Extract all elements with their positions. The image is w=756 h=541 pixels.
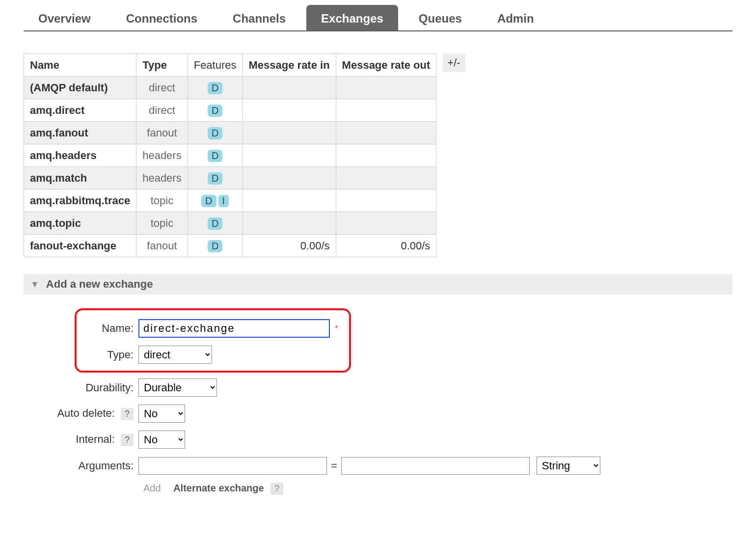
internal-badge: I — [218, 195, 229, 207]
rate-out-cell — [336, 122, 436, 144]
durable-badge: D — [208, 105, 222, 117]
exchange-type-cell: topic — [136, 189, 188, 212]
exchange-features-cell: DI — [188, 189, 243, 212]
rate-in-cell — [243, 77, 336, 99]
exchange-type-cell: fanout — [136, 122, 188, 144]
exchange-name-cell[interactable]: amq.topic — [24, 212, 136, 235]
table-header-row: Name Type Features Message rate in Messa… — [24, 54, 436, 77]
exchange-type-cell: headers — [136, 167, 188, 189]
exchange-features-cell: D — [188, 167, 243, 189]
caret-down-icon: ▼ — [30, 279, 39, 290]
rate-in-cell — [243, 99, 336, 122]
exchange-name-cell[interactable]: fanout-exchange — [24, 235, 136, 257]
exchange-features-cell: D — [188, 122, 243, 144]
section-title: Add a new exchange — [46, 278, 153, 291]
tab-admin[interactable]: Admin — [483, 5, 549, 30]
col-type[interactable]: Type — [136, 54, 188, 77]
exchange-type-cell: direct — [136, 77, 188, 99]
exchange-type-cell: direct — [136, 99, 188, 122]
exchange-type-cell: headers — [136, 144, 188, 167]
top-tabs: Overview Connections Channels Exchanges … — [24, 5, 732, 31]
rate-out-cell — [336, 189, 436, 212]
help-auto-delete[interactable]: ? — [121, 408, 134, 420]
add-exchange-toggle[interactable]: ▼ Add a new exchange — [24, 274, 732, 295]
exchange-name-cell[interactable]: amq.match — [24, 167, 136, 189]
auto-delete-select[interactable]: No — [138, 405, 185, 423]
durable-badge: D — [201, 195, 216, 207]
exchange-features-cell: D — [188, 212, 243, 235]
durable-badge: D — [208, 217, 222, 230]
label-type: Type: — [81, 349, 138, 361]
label-internal: Internal: ? — [32, 433, 138, 446]
label-auto-delete: Auto delete: ? — [32, 407, 138, 420]
durable-badge: D — [208, 127, 222, 139]
exchange-name-cell[interactable]: (AMQP default) — [24, 77, 136, 99]
durable-badge: D — [208, 240, 222, 252]
rate-out-cell — [336, 212, 436, 235]
exchanges-table: Name Type Features Message rate in Messa… — [24, 54, 436, 257]
exchange-name-input[interactable] — [138, 319, 330, 338]
tab-queues[interactable]: Queues — [404, 5, 477, 30]
exchange-name-cell[interactable]: amq.direct — [24, 99, 136, 122]
table-row: amq.directdirectD — [24, 99, 436, 122]
exchange-type-select[interactable]: direct — [138, 346, 212, 364]
rate-out-cell — [336, 77, 436, 99]
table-row: amq.rabbitmq.tracetopicDI — [24, 189, 436, 212]
table-row: fanout-exchangefanoutD0.00/s0.00/s — [24, 235, 436, 257]
equals-sign: = — [331, 460, 337, 472]
col-rate-out[interactable]: Message rate out — [336, 54, 436, 77]
rate-out-cell — [336, 144, 436, 167]
exchange-features-cell: D — [188, 235, 243, 257]
rate-in-cell — [243, 212, 336, 235]
rate-in-cell — [243, 144, 336, 167]
table-row: amq.topictopicD — [24, 212, 436, 235]
rate-out-cell — [336, 99, 436, 122]
exchange-features-cell: D — [188, 77, 243, 99]
label-name: Name: — [81, 322, 138, 335]
label-durability: Durability: — [32, 381, 138, 394]
col-name[interactable]: Name — [24, 54, 136, 77]
label-arguments: Arguments: — [32, 460, 138, 472]
durable-badge: D — [208, 150, 222, 162]
col-rate-in[interactable]: Message rate in — [243, 54, 336, 77]
tab-connections[interactable]: Connections — [111, 5, 212, 30]
exchange-features-cell: D — [188, 99, 243, 122]
argument-value-input[interactable] — [341, 457, 530, 475]
rate-in-cell: 0.00/s — [243, 235, 336, 257]
exchange-features-cell: D — [188, 144, 243, 167]
argument-key-input[interactable] — [138, 457, 327, 475]
rate-out-cell: 0.00/s — [336, 235, 436, 257]
exchange-type-cell: fanout — [136, 235, 188, 257]
tab-overview[interactable]: Overview — [24, 5, 106, 30]
help-alternate-exchange[interactable]: ? — [270, 483, 283, 495]
required-marker: * — [335, 324, 338, 334]
table-row: amq.matchheadersD — [24, 167, 436, 189]
tab-exchanges[interactable]: Exchanges — [306, 5, 398, 30]
rate-in-cell — [243, 122, 336, 144]
argument-type-select[interactable]: String — [537, 457, 600, 475]
argument-hint: Add Alternate exchange ? — [143, 483, 732, 495]
rate-out-cell — [336, 167, 436, 189]
durability-select[interactable]: Durable — [138, 379, 217, 397]
add-hint: Add — [143, 483, 161, 493]
internal-select[interactable]: No — [138, 431, 185, 449]
add-exchange-section: ▼ Add a new exchange Name: * Type: direc… — [24, 274, 732, 495]
column-control[interactable]: +/- — [442, 54, 465, 72]
durable-badge: D — [208, 172, 222, 185]
exchange-name-cell[interactable]: amq.fanout — [24, 122, 136, 144]
rate-in-cell — [243, 189, 336, 212]
highlighted-inputs: Name: * Type: direct — [75, 308, 351, 373]
alternate-exchange-link[interactable]: Alternate exchange — [173, 483, 264, 493]
exchange-name-cell[interactable]: amq.headers — [24, 144, 136, 167]
table-row: amq.headersheadersD — [24, 144, 436, 167]
table-row: amq.fanoutfanoutD — [24, 122, 436, 144]
col-features[interactable]: Features — [188, 54, 243, 77]
exchange-type-cell: topic — [136, 212, 188, 235]
rate-in-cell — [243, 167, 336, 189]
help-internal[interactable]: ? — [121, 434, 134, 446]
durable-badge: D — [208, 82, 222, 94]
table-row: (AMQP default)directD — [24, 77, 436, 99]
tab-channels[interactable]: Channels — [218, 5, 300, 30]
exchange-name-cell[interactable]: amq.rabbitmq.trace — [24, 189, 136, 212]
